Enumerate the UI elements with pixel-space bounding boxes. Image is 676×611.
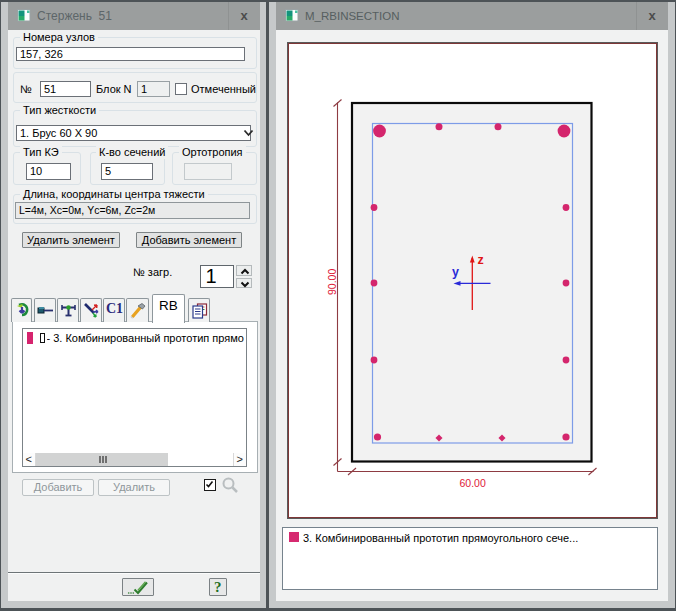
svg-text:60.00: 60.00 — [460, 477, 486, 489]
svg-text:90.00: 90.00 — [326, 269, 338, 295]
svg-text:y: y — [452, 265, 459, 279]
svg-text:z: z — [478, 253, 484, 267]
